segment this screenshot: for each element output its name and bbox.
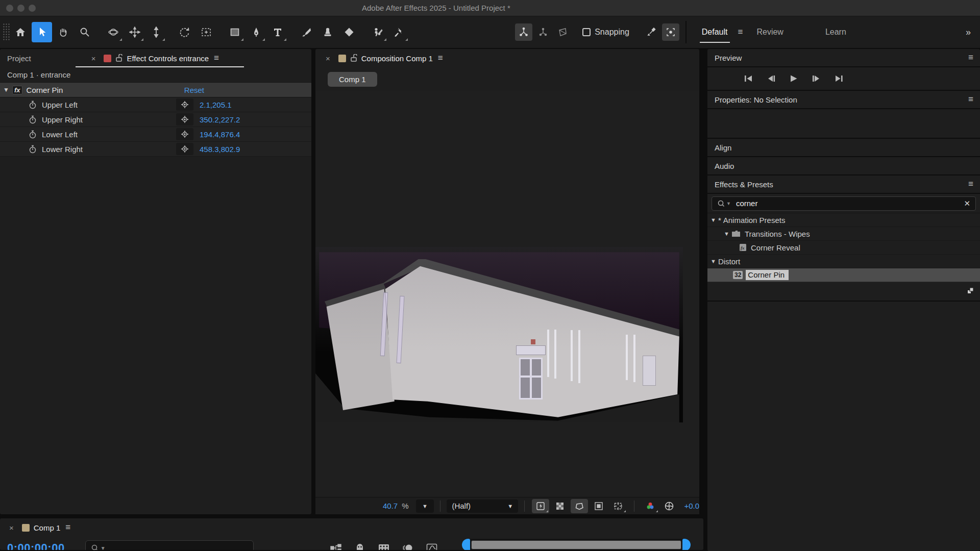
next-frame-button[interactable]: [807, 71, 825, 86]
param-value[interactable]: 2.1,205.1: [200, 101, 232, 109]
label-color-swatch-tan[interactable]: [338, 55, 346, 62]
tree-row-animation-presets[interactable]: ▼ * Animation Presets: [707, 213, 980, 227]
panel-menu-icon[interactable]: ≡: [968, 53, 973, 63]
tab-close-icon[interactable]: ×: [87, 54, 100, 63]
hand-tool-button[interactable]: [53, 22, 74, 42]
panel-menu-icon[interactable]: ≡: [968, 94, 973, 105]
local-axis-mode-button[interactable]: [515, 23, 532, 41]
set-point-crosshair-button[interactable]: [176, 113, 193, 126]
zoom-window-button[interactable]: [29, 5, 36, 12]
snap-inside-collapsed-button[interactable]: [662, 23, 679, 41]
param-value[interactable]: 458.3,802.9: [200, 145, 240, 154]
exposure-value[interactable]: +0.0: [684, 502, 699, 510]
roto-brush-tool-button[interactable]: [368, 22, 388, 42]
region-of-interest-button[interactable]: [590, 499, 607, 513]
unlock-icon[interactable]: [115, 54, 122, 62]
effect-reset-link[interactable]: Reset: [184, 86, 204, 94]
param-row-lower-left[interactable]: Lower Left 194.4,876.4: [0, 127, 311, 142]
comp-breadcrumb-button[interactable]: Comp 1: [328, 72, 377, 87]
rotation-tool-button[interactable]: [175, 22, 195, 42]
previous-frame-button[interactable]: [763, 71, 780, 86]
navigator-bar[interactable]: [471, 540, 681, 549]
tree-row-corner-reveal[interactable]: fx Corner Reveal: [707, 241, 980, 255]
motion-blur-icon[interactable]: [403, 543, 413, 550]
workspace-tab-review[interactable]: Review: [755, 24, 784, 40]
pan-behind-tool-button[interactable]: [196, 22, 216, 42]
transparency-grid-button[interactable]: [551, 499, 569, 513]
stopwatch-icon[interactable]: [29, 101, 37, 109]
fast-previews-button[interactable]: [532, 499, 549, 513]
brush-tool-button[interactable]: [296, 22, 316, 42]
stopwatch-icon[interactable]: [29, 145, 37, 154]
navigator-start-handle[interactable]: [462, 539, 470, 550]
resolution-dropdown[interactable]: (Half)▼: [447, 499, 518, 513]
tab-project[interactable]: Project: [0, 54, 31, 63]
workspace-overflow-icon[interactable]: »: [966, 27, 971, 38]
tab-close-icon[interactable]: ×: [0, 523, 18, 532]
composition-mini-flowchart-icon[interactable]: [330, 543, 341, 550]
draft-3d-ghost-icon[interactable]: [355, 543, 365, 550]
graph-editor-icon[interactable]: [426, 543, 437, 550]
properties-panel-header[interactable]: Properties: No Selection ≡: [707, 91, 980, 109]
frame-blending-icon[interactable]: [378, 543, 389, 550]
param-row-lower-right[interactable]: Lower Right 458.3,802.9: [0, 142, 311, 157]
tree-row-distort[interactable]: ▼ Distort: [707, 255, 980, 268]
tree-row-corner-pin-selected[interactable]: 32 Corner Pin: [707, 268, 980, 282]
workspace-default-menu-icon[interactable]: ≡: [738, 27, 743, 37]
panel-menu-icon[interactable]: ≡: [433, 53, 448, 63]
set-point-crosshair-button[interactable]: [176, 128, 193, 140]
mask-shape-visibility-button[interactable]: [571, 499, 588, 513]
magnification-value[interactable]: 40.7: [383, 502, 398, 510]
panel-resize-grip-icon[interactable]: [966, 286, 975, 295]
workspace-tab-learn[interactable]: Learn: [824, 24, 847, 40]
tab-timeline-comp1[interactable]: Comp 1: [34, 523, 61, 532]
clear-search-icon[interactable]: ✕: [964, 199, 970, 208]
composition-viewer[interactable]: [315, 91, 699, 497]
magnification-dropdown-button[interactable]: ▼: [416, 499, 434, 513]
unlock-icon[interactable]: [350, 54, 357, 62]
play-button[interactable]: [785, 71, 802, 86]
tree-row-transitions-wipes[interactable]: ▼ Transitions - Wipes: [707, 227, 980, 241]
pen-tool-button[interactable]: [246, 22, 266, 42]
dolly-camera-tool-button[interactable]: [146, 22, 166, 42]
stopwatch-icon[interactable]: [29, 130, 37, 139]
orbit-camera-tool-button[interactable]: [103, 22, 124, 42]
chevron-down-icon[interactable]: ▼: [710, 258, 716, 264]
param-row-upper-right[interactable]: Upper Right 350.2,227.2: [0, 112, 311, 127]
stopwatch-icon[interactable]: [29, 115, 37, 124]
timeline-search-input[interactable]: ▼: [85, 540, 254, 550]
channel-color-management-button[interactable]: [642, 499, 659, 513]
selection-tool-button[interactable]: [32, 22, 52, 42]
label-color-swatch-tan[interactable]: [22, 524, 30, 532]
snapping-checkbox[interactable]: [582, 28, 591, 36]
param-value[interactable]: 350.2,227.2: [200, 115, 240, 124]
view-axis-mode-button[interactable]: [554, 23, 571, 41]
param-value[interactable]: 194.4,876.4: [200, 130, 240, 139]
panel-menu-icon[interactable]: ≡: [209, 53, 224, 63]
first-frame-button[interactable]: [740, 71, 757, 86]
set-point-crosshair-button[interactable]: [176, 98, 193, 111]
grid-guides-button[interactable]: [609, 499, 627, 513]
effect-name[interactable]: Corner Pin: [27, 86, 63, 94]
type-tool-button[interactable]: [267, 22, 288, 42]
reset-exposure-button[interactable]: [661, 499, 678, 513]
chevron-down-icon[interactable]: ▼: [724, 231, 729, 237]
tab-composition[interactable]: Composition Comp 1: [361, 54, 433, 63]
workspace-tab-default[interactable]: Default: [701, 24, 729, 40]
puppet-pin-tool-button[interactable]: [389, 22, 409, 42]
eraser-tool-button[interactable]: [339, 22, 359, 42]
align-panel-header[interactable]: Align: [707, 139, 980, 157]
composition-image[interactable]: [315, 247, 683, 422]
panel-menu-icon[interactable]: ≡: [60, 522, 75, 533]
current-time-field[interactable]: 0:00:00:00: [7, 541, 65, 550]
tab-effect-controls[interactable]: Effect Controls entrance: [127, 54, 209, 63]
chevron-down-icon[interactable]: ▼: [710, 217, 716, 223]
tab-close-icon[interactable]: ×: [315, 54, 334, 63]
time-navigator-scrollbar[interactable]: [462, 539, 691, 550]
collapse-chevron-icon[interactable]: ▼: [0, 86, 12, 93]
home-tool-button[interactable]: [10, 22, 31, 42]
close-window-button[interactable]: [6, 5, 13, 12]
toolbar-grip[interactable]: [3, 23, 10, 41]
minimize-window-button[interactable]: [17, 5, 24, 12]
panel-menu-icon[interactable]: ≡: [968, 179, 973, 189]
